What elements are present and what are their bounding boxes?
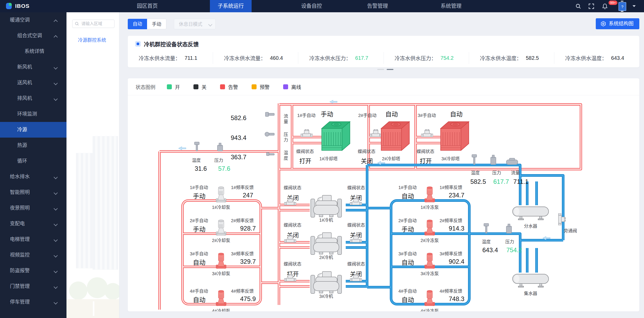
chevron-down-icon[interactable] <box>633 5 636 7</box>
carousel-indicator[interactable] <box>377 69 393 70</box>
tower1-valve-label: 蝶阀状态 <box>296 148 314 154</box>
butterfly-valve-icon <box>350 274 362 282</box>
avatar-tick-top <box>621 1 623 2</box>
sidebar-item-cold-source[interactable]: 冷源 <box>0 122 66 138</box>
chilled-pump3-hand-label: 3#手自动 <box>398 250 417 257</box>
butterfly-valve-icon <box>284 198 296 205</box>
chevron-down-icon <box>54 81 58 85</box>
sidebar-item-video-monitor[interactable]: 视频监控 <box>0 247 66 263</box>
tower2-name: 2#冷却塔 <box>373 155 409 162</box>
chevron-down-icon <box>54 222 58 226</box>
chilled-pump4-freq: 748.3 <box>445 295 468 303</box>
chwr-pressure-label: 压力 <box>505 238 514 245</box>
legend-item-warning: 预警 <box>252 83 270 90</box>
tower3-name: 3#冷却塔 <box>432 155 469 162</box>
region-search <box>72 20 114 28</box>
sidebar-item-supply-fan[interactable]: 送风机 <box>0 75 66 91</box>
stat-item: 冷冻水供水压力：754.2 <box>384 52 469 64</box>
bypass-valve-icon <box>558 213 566 225</box>
nav-item-system-mgmt[interactable]: 系统管理 <box>433 0 469 12</box>
system-structure-button[interactable]: 系统结构图 <box>596 18 639 29</box>
chiller-icon <box>307 270 346 295</box>
chevron-down-icon <box>54 238 58 242</box>
nav-item-device-control[interactable]: 设备自控 <box>293 0 330 12</box>
chwr-temp-label: 温度 <box>482 238 491 245</box>
tower2-valve-state: 关闭 <box>361 156 373 165</box>
sidebar-item-system-detail[interactable]: 系统详情 <box>0 44 66 59</box>
stat-item: 冷冻水供水压力：617.7 <box>298 52 384 64</box>
cw-flow-value: 582.6 <box>227 114 250 122</box>
pump-icon <box>216 219 226 236</box>
manual-button[interactable]: 手动 <box>147 19 166 29</box>
tower3-valve-state: 打开 <box>420 156 432 165</box>
chwr-temp-value: 643.4 <box>478 246 502 254</box>
sidebar-item-parking[interactable]: 停车管理 <box>0 294 66 310</box>
chevron-up-icon <box>54 35 58 39</box>
sidebar-item-burglar-alarm[interactable]: 防盗报警 <box>0 263 66 279</box>
sidebar-item-water-supply[interactable]: 给水排水 <box>0 169 66 185</box>
sidebar-item-circulation[interactable]: 循环 <box>0 153 66 169</box>
legend-item-off: 关 <box>193 83 206 90</box>
cooling-pump4-name: 4#冷却泵 <box>204 307 238 311</box>
status-card-title: 冷机群控设备状态反馈 <box>144 40 199 48</box>
chevron-down-icon <box>54 301 58 305</box>
cooling-pump1-hand-label: 1#手自动 <box>190 184 208 190</box>
sidebar-item-hvac[interactable]: 暖通空调 <box>0 12 66 28</box>
auto-button[interactable]: 自动 <box>128 19 147 29</box>
sidebar-item-elevator[interactable]: 电梯管理 <box>0 232 66 247</box>
chevron-up-icon <box>54 20 58 24</box>
avatar[interactable]: ? <box>618 2 626 11</box>
chilled-pump4-name: 4#冷冻泵 <box>412 307 447 311</box>
status-stats-row: 冷冻水供水流量：711.1 冷冻水供水流量：460.4 冷冻水供水压力：617.… <box>128 52 639 64</box>
nav-item-subsystem-run[interactable]: 子系统运行 <box>210 0 252 12</box>
building-watermark <box>66 120 119 318</box>
fullscreen-icon[interactable] <box>588 3 595 10</box>
chwr-pressure-value: 754.2 <box>502 246 526 254</box>
tower3-hand-label: 3#手自动 <box>418 112 436 118</box>
cooling-pump2-freq-label: 2#频率反馈 <box>231 217 254 223</box>
chiller-icon <box>307 194 346 219</box>
sidebar-item-night-lighting[interactable]: 夜景照明 <box>0 200 66 216</box>
cooling-tower-icon <box>317 117 352 155</box>
sidebar-item-smart-lighting[interactable]: 智能照明 <box>0 185 66 200</box>
chevron-down-icon <box>54 254 58 258</box>
sidebar-item-exhaust-fan[interactable]: 排风机 <box>0 91 66 106</box>
logo[interactable]: IBOS <box>6 2 29 10</box>
chilled-pump4-freq-label: 4#频率反馈 <box>440 287 462 294</box>
cooling-pump4-freq: 475.9 <box>236 295 260 303</box>
sidebar-item-ahu[interactable]: 组合式空调 <box>0 28 66 44</box>
cw-pressure-value: 943.4 <box>227 134 250 142</box>
nav-item-park-home[interactable]: 园区首页 <box>129 0 166 12</box>
bell-icon[interactable] <box>601 3 609 10</box>
chilled-pump3-name: 3#冷冻泵 <box>412 270 447 276</box>
sidebar-item-fresh-air-fan[interactable]: 新风机 <box>0 59 66 75</box>
plant-schematic: 582.6 943.4 363.7 流量 压力 温度 1#手自动 手动 <box>128 78 639 311</box>
diagram-card: 状态图例 开 关 告警 预警 离线 <box>128 78 639 311</box>
chilled-pump2-mode: 手动 <box>402 224 414 233</box>
sidebar-item-env-monitor[interactable]: 环境监测 <box>0 106 66 122</box>
chiller3-name: 3#冷机 <box>307 293 346 299</box>
sidebar-item-access-control[interactable]: 门禁管理 <box>0 279 66 294</box>
sidebar-item-heat-source[interactable]: 热源 <box>0 138 66 153</box>
tower1-name: 1#冷却塔 <box>310 155 347 162</box>
cooling-pump1-mode: 手动 <box>193 191 205 200</box>
top-nav: IBOS 园区首页 子系统运行 设备自控 告警管理 系统管理 99+ ? <box>0 0 644 12</box>
chilled-pump1-mode: 自动 <box>402 191 414 200</box>
chilled-pump4-hand-label: 4#手自动 <box>398 287 417 294</box>
cooling-pump3-mode: 自动 <box>193 257 205 267</box>
cw-flow-label: 流量 <box>282 114 289 125</box>
region-search-input[interactable] <box>81 20 113 27</box>
pump-icon <box>424 252 435 269</box>
avatar-tick-bottom <box>621 11 623 12</box>
flow-arrow <box>179 147 186 150</box>
sidebar-item-power-distribution[interactable]: 变配电 <box>0 216 66 232</box>
search-icon[interactable] <box>575 3 582 10</box>
ibos-app: IBOS 园区首页 子系统运行 设备自控 告警管理 系统管理 99+ ? 暖通空… <box>0 0 644 318</box>
nav-item-alarm-mgmt[interactable]: 告警管理 <box>359 0 396 12</box>
stat-item: 冷冻水供水温度：582.5 <box>469 52 554 64</box>
rest-day-mode-select[interactable]: 休息日模式 <box>174 19 216 29</box>
chevron-down-icon <box>54 269 58 273</box>
chevron-down-icon <box>208 22 212 27</box>
chevron-down-icon <box>54 207 58 211</box>
cold-source-system-link[interactable]: 冷源群控系统 <box>78 36 106 43</box>
